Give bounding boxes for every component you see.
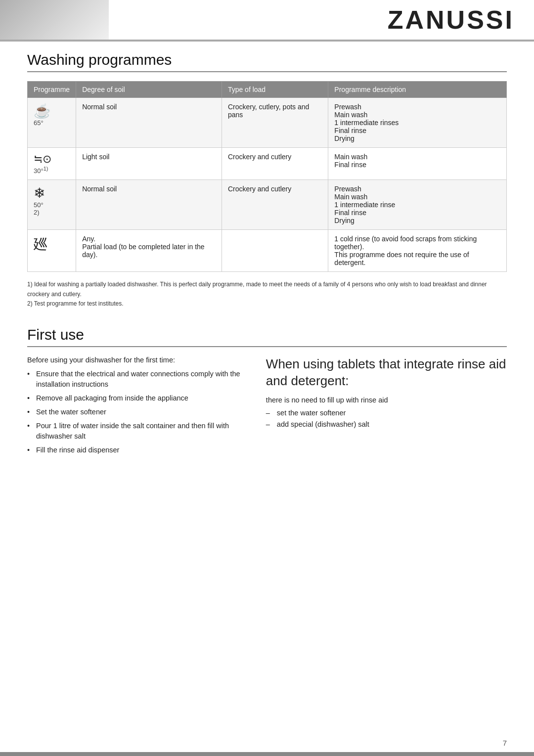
bullet-item: Pour 1 litre of water inside the salt co… xyxy=(27,421,246,442)
row2-description: Main washFinal rinse xyxy=(328,148,507,180)
col-header-load: Type of load xyxy=(222,82,328,98)
row1-degree: Normal soil xyxy=(76,98,222,148)
tablets-title: When using tablets that integrate rinse … xyxy=(266,356,507,390)
row1-programme: ☕ 65° xyxy=(28,98,76,148)
row3-programme: ❄ 50° 2) xyxy=(28,180,76,230)
firstuse-left-col: Before using your dishwasher for the fir… xyxy=(27,356,246,459)
table-row: ☕ 65° Normal soil Crockery, cutlery, pot… xyxy=(28,98,507,148)
header-white-bar: ZANUSSI xyxy=(109,0,534,40)
first-use-section: First use Before using your dishwasher f… xyxy=(27,326,507,459)
row3-degree: Normal soil xyxy=(76,180,222,230)
dash-item: add special (dishwasher) salt xyxy=(266,420,507,428)
dash-item: set the water softener xyxy=(266,409,507,417)
header-gray-bar xyxy=(0,0,109,40)
bottom-bar xyxy=(0,752,534,756)
firstuse-divider xyxy=(27,346,507,347)
page-header: ZANUSSI xyxy=(0,0,534,40)
washing-divider xyxy=(27,71,507,72)
row2-degree: Light soil xyxy=(76,148,222,180)
firstuse-right-col: When using tablets that integrate rinse … xyxy=(266,356,507,459)
brand-logo: ZANUSSI xyxy=(388,5,514,35)
row4-description: 1 cold rinse (to avoid food scraps from … xyxy=(328,230,507,272)
bullet-item: Remove all packaging from inside the app… xyxy=(27,393,246,403)
col-header-degree: Degree of soil xyxy=(76,82,222,98)
row3-load: Crockery and cutlery xyxy=(222,180,328,230)
row1-load: Crockery, cutlery, pots and pans xyxy=(222,98,328,148)
footnote-2: 2) Test programme for test institutes. xyxy=(27,299,507,309)
row3-description: PrewashMain wash1 intermediate rinseFina… xyxy=(328,180,507,230)
tablets-intro: there is no need to fill up with rinse a… xyxy=(266,396,507,404)
firstuse-intro: Before using your dishwasher for the fir… xyxy=(27,356,246,364)
row4-programme: 廵 xyxy=(28,230,76,272)
row1-description: PrewashMain wash1 intermediate rinsesFin… xyxy=(328,98,507,148)
bullet-item: Fill the rinse aid dispenser xyxy=(27,445,246,455)
two-col-layout: Before using your dishwasher for the fir… xyxy=(27,356,507,459)
bullet-item: Ensure that the electrical and water con… xyxy=(27,369,246,390)
row2-load: Crockery and cutlery xyxy=(222,148,328,180)
tablets-dash-list: set the water softener add special (dish… xyxy=(266,409,507,428)
row4-degree: Any.Partial load (to be completed later … xyxy=(76,230,222,272)
programmes-table: Programme Degree of soil Type of load Pr… xyxy=(27,81,507,272)
firstuse-title: First use xyxy=(27,326,507,343)
washing-title: Washing programmes xyxy=(27,51,507,68)
firstuse-bullets: Ensure that the electrical and water con… xyxy=(27,369,246,455)
col-header-description: Programme description xyxy=(328,82,507,98)
footnote-1: 1) Ideal for washing a partially loaded … xyxy=(27,280,507,299)
row4-load xyxy=(222,230,328,272)
table-row: ≒⊙ 30°1) Light soil Crockery and cutlery… xyxy=(28,148,507,180)
page-content: Washing programmes Programme Degree of s… xyxy=(0,42,534,479)
table-row: ❄ 50° 2) Normal soil Crockery and cutler… xyxy=(28,180,507,230)
col-header-programme: Programme xyxy=(28,82,76,98)
row2-programme: ≒⊙ 30°1) xyxy=(28,148,76,180)
bullet-item: Set the water softener xyxy=(27,407,246,417)
page-number: 7 xyxy=(503,739,507,747)
footnotes: 1) Ideal for washing a partially loaded … xyxy=(27,280,507,309)
table-row: 廵 Any.Partial load (to be completed late… xyxy=(28,230,507,272)
